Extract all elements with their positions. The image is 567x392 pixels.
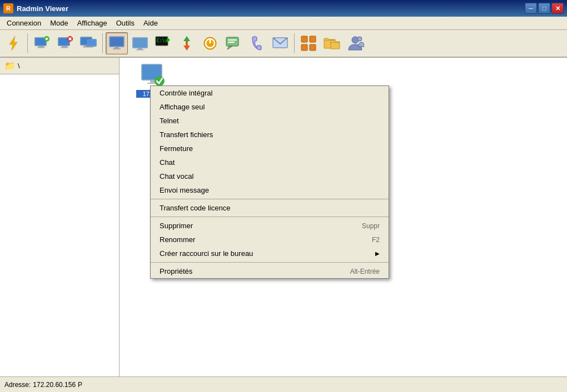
svg-rect-43 (228, 42, 235, 43)
svg-marker-41 (227, 46, 232, 49)
close-button[interactable]: ✕ (551, 3, 564, 14)
toolbar-shutdown-button[interactable] (199, 32, 221, 54)
context-menu-fermeture[interactable]: Fermeture (151, 142, 389, 155)
context-menu-telnet[interactable]: Telnet (151, 114, 389, 128)
toolbar-view-button[interactable] (129, 32, 151, 54)
menu-aide[interactable]: Aide (139, 17, 162, 29)
svg-rect-42 (228, 39, 237, 41)
svg-rect-28 (138, 48, 142, 49)
svg-rect-29 (136, 49, 144, 51)
context-menu-creer-raccourci[interactable]: Créer raccourci sur le bureau ▶ (151, 247, 389, 260)
toolbar-remove-computer-button[interactable] (54, 32, 76, 54)
current-path: \ (18, 62, 20, 70)
toolbar-sep-3 (294, 33, 295, 53)
svg-point-52 (357, 37, 362, 41)
svg-rect-48 (310, 44, 316, 51)
svg-rect-46 (310, 36, 316, 42)
svg-marker-35 (183, 46, 190, 51)
context-menu-chat-vocal[interactable]: Chat vocal (151, 169, 389, 183)
toolbar-folders-button[interactable] (321, 32, 343, 54)
svg-rect-10 (62, 46, 67, 47)
toolbar-add-computer-button[interactable] (31, 32, 53, 54)
shortcut-proprietes: Alt-Entrée (350, 268, 380, 275)
svg-rect-47 (301, 44, 307, 51)
toolbar-edit-computer-button[interactable] (77, 32, 100, 54)
address-label: Adresse: (4, 381, 31, 389)
toolbar-telnet-button[interactable]: C:\> (152, 32, 175, 54)
status-address-section: Adresse: 172.20.60.156 P (4, 381, 82, 389)
folder-icon: 📁 (4, 61, 16, 71)
title-bar: R Radmin Viewer ─ □ ✕ (0, 0, 567, 17)
menu-affichage[interactable]: Affichage (73, 17, 112, 29)
svg-rect-11 (61, 47, 68, 48)
toolbar-chat-button[interactable] (222, 32, 245, 54)
context-menu-sep-1 (151, 199, 389, 199)
svg-marker-0 (9, 36, 17, 51)
menu-mode[interactable]: Mode (46, 17, 73, 29)
context-menu-sep-2 (151, 217, 389, 217)
svg-rect-4 (37, 47, 45, 48)
address-value: 172.20.60.156 (33, 381, 76, 389)
submenu-arrow-icon: ▶ (375, 250, 380, 257)
svg-rect-21 (90, 47, 93, 48)
toolbar-control-button[interactable] (106, 32, 128, 54)
menu-outils[interactable]: Outils (112, 17, 139, 29)
shortcut-supprimer: Suppr (362, 222, 380, 230)
context-menu-affichage[interactable]: Affichage seul (151, 100, 389, 114)
context-menu-envoi-message[interactable]: Envoi message (151, 183, 389, 197)
svg-rect-50 (331, 42, 340, 49)
svg-marker-33 (183, 36, 190, 41)
context-menu-supprimer[interactable]: Supprimer Suppr (151, 219, 389, 233)
left-panel: 📁 \ (0, 58, 120, 376)
menu-connexion[interactable]: Connexion (2, 17, 46, 29)
svg-rect-23 (110, 37, 123, 46)
svg-rect-27 (133, 38, 147, 47)
svg-rect-18 (83, 47, 91, 48)
context-menu-sep-3 (151, 262, 389, 263)
context-menu-transfert-licence[interactable]: Transfert code licence (151, 201, 389, 215)
svg-rect-20 (88, 40, 96, 46)
toolbar-sep-2 (102, 33, 103, 53)
context-menu-renommer[interactable]: Renommer F2 (151, 233, 389, 247)
main-content: 📁 \ 172.2... Contrôle intégral (0, 58, 567, 376)
context-menu-transfert-fichiers[interactable]: Transfert fichiers (151, 128, 389, 142)
svg-rect-39 (210, 38, 211, 43)
toolbar-voice-button[interactable] (246, 32, 268, 54)
svg-rect-7 (46, 38, 47, 41)
svg-rect-24 (115, 47, 119, 48)
toolbar-sep-1 (27, 33, 28, 53)
shortcut-renommer: F2 (372, 236, 380, 244)
toolbar-transfer-button[interactable] (176, 32, 198, 54)
toolbar: C:\> (0, 30, 567, 58)
context-menu-controle[interactable]: Contrôle intégral (151, 86, 389, 100)
context-menu: Contrôle intégral Affichage seul Telnet … (150, 86, 389, 279)
menu-bar: Connexion Mode Affichage Outils Aide (0, 17, 567, 30)
maximize-button[interactable]: □ (538, 3, 550, 14)
toolbar-apps-button[interactable] (297, 32, 320, 54)
context-menu-chat[interactable]: Chat (151, 155, 389, 169)
svg-rect-25 (113, 48, 121, 49)
svg-point-57 (155, 76, 165, 86)
window-title: Radmin Viewer (17, 4, 525, 13)
app-icon: R (3, 3, 13, 13)
svg-text:C:\>: C:\> (157, 38, 167, 43)
status-bar: Adresse: 172.20.60.156 P (0, 376, 567, 392)
toolbar-users-button[interactable] (344, 32, 366, 54)
title-controls: ─ □ ✕ (525, 3, 564, 14)
toolbar-lightning-button[interactable] (2, 32, 24, 54)
right-panel: 172.2... Contrôle intégral Affichage seu… (120, 58, 567, 376)
minimize-button[interactable]: ─ (525, 3, 537, 14)
svg-marker-32 (167, 37, 170, 43)
toolbar-message-button[interactable] (269, 32, 291, 54)
svg-rect-45 (301, 36, 307, 42)
context-menu-proprietes[interactable]: Propriétés Alt-Entrée (151, 264, 389, 278)
svg-rect-3 (38, 46, 44, 47)
left-panel-header: 📁 \ (0, 58, 119, 74)
status-extra: P (78, 381, 82, 389)
svg-rect-36 (186, 42, 188, 46)
